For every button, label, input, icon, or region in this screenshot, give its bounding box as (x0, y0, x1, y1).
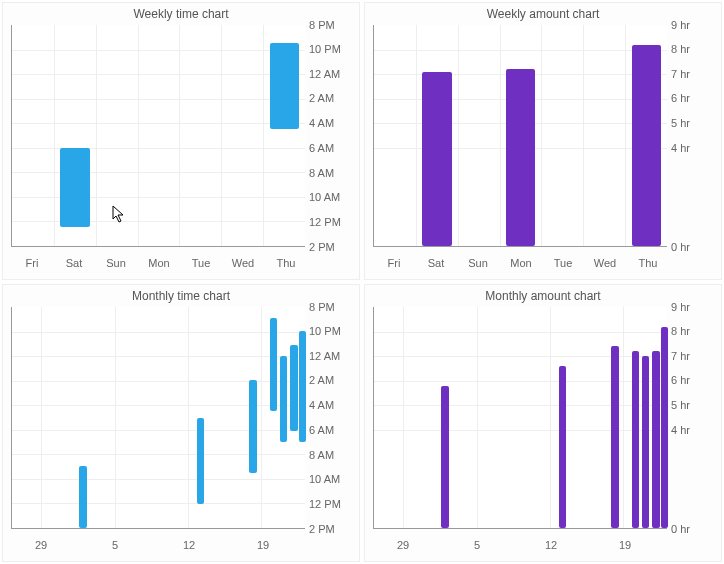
x-tick: 19 (619, 539, 631, 551)
y-tick: 4 AM (309, 399, 355, 411)
chart-title: Monthly time chart (3, 285, 359, 303)
y-tick: 10 AM (309, 191, 355, 203)
bar-day-18 (611, 346, 618, 528)
weekly-amount-chart: Weekly amount chart 9 hr 8 hr 7 hr 6 hr … (364, 2, 722, 280)
bar-thu (632, 45, 661, 246)
bar-day-20 (270, 318, 277, 411)
y-tick: 6 AM (309, 424, 355, 436)
y-tick: 8 hr (671, 325, 717, 337)
y-tick: 2 PM (309, 523, 355, 535)
y-tick: 12 PM (309, 216, 355, 228)
bar-day-24 (661, 327, 668, 528)
x-tick: Fri (388, 257, 401, 269)
y-tick: 10 PM (309, 43, 355, 55)
x-tick: 12 (183, 539, 195, 551)
chart-title: Weekly amount chart (365, 3, 721, 21)
chart-title: Monthly amount chart (365, 285, 721, 303)
x-tick: Wed (232, 257, 254, 269)
y-tick: 5 hr (671, 117, 717, 129)
y-tick: 6 AM (309, 142, 355, 154)
y-tick: 4 hr (671, 424, 717, 436)
bar-day-13 (197, 418, 204, 504)
y-tick: 2 AM (309, 92, 355, 104)
chart-title: Weekly time chart (3, 3, 359, 21)
x-tick: 5 (474, 539, 480, 551)
y-tick: 2 PM (309, 241, 355, 253)
x-tick: 5 (112, 539, 118, 551)
y-tick: 12 PM (309, 498, 355, 510)
x-tick: Tue (192, 257, 211, 269)
bar-sat (60, 148, 89, 228)
y-tick: 8 hr (671, 43, 717, 55)
plot-area (373, 307, 667, 529)
x-tick: Sun (468, 257, 488, 269)
plot-area (11, 25, 305, 247)
x-tick: Thu (277, 257, 296, 269)
x-tick: Wed (594, 257, 616, 269)
y-tick: 6 hr (671, 374, 717, 386)
y-tick: 6 hr (671, 92, 717, 104)
y-tick: 12 AM (309, 350, 355, 362)
bar-sat (422, 72, 451, 246)
monthly-time-chart: Monthly time chart 8 PM 10 PM 12 AM 2 AM… (2, 284, 360, 562)
bar-day-20 (632, 351, 639, 528)
bar-day-24 (299, 331, 306, 442)
y-tick: 2 AM (309, 374, 355, 386)
bar-day-2 (441, 386, 448, 528)
bar-mon (506, 69, 535, 246)
y-tick: 8 AM (309, 167, 355, 179)
y-tick: 7 hr (671, 350, 717, 362)
y-tick: 7 hr (671, 68, 717, 80)
x-tick: 29 (35, 539, 47, 551)
y-tick: 4 AM (309, 117, 355, 129)
bar-day-18 (249, 380, 256, 473)
y-tick: 9 hr (671, 19, 717, 31)
x-tick: Mon (510, 257, 531, 269)
bar-day-21 (280, 356, 287, 442)
y-tick: 12 AM (309, 68, 355, 80)
y-tick: 4 hr (671, 142, 717, 154)
y-tick: 8 AM (309, 449, 355, 461)
bar-day-22 (290, 345, 297, 431)
y-tick: 10 PM (309, 325, 355, 337)
bar-day-22 (652, 351, 659, 528)
x-tick: 19 (257, 539, 269, 551)
y-tick: 9 hr (671, 301, 717, 313)
y-tick: 8 PM (309, 19, 355, 31)
y-tick: 0 hr (671, 523, 717, 535)
x-tick: 12 (545, 539, 557, 551)
x-tick: 29 (397, 539, 409, 551)
bar-day-2 (79, 466, 86, 528)
x-tick: Sat (66, 257, 83, 269)
y-tick: 10 AM (309, 473, 355, 485)
x-tick: Sat (428, 257, 445, 269)
weekly-time-chart: Weekly time chart 8 PM 10 PM 12 AM 2 AM … (2, 2, 360, 280)
y-tick: 0 hr (671, 241, 717, 253)
plot-area (11, 307, 305, 529)
bar-day-13 (559, 366, 566, 528)
bar-thu (270, 43, 299, 129)
x-tick: Mon (148, 257, 169, 269)
x-tick: Fri (26, 257, 39, 269)
monthly-amount-chart: Monthly amount chart 9 hr 8 hr 7 hr 6 hr… (364, 284, 722, 562)
bar-day-21 (642, 356, 649, 528)
y-tick: 5 hr (671, 399, 717, 411)
x-tick: Tue (554, 257, 573, 269)
x-tick: Thu (639, 257, 658, 269)
plot-area (373, 25, 667, 247)
y-tick: 8 PM (309, 301, 355, 313)
x-tick: Sun (106, 257, 126, 269)
